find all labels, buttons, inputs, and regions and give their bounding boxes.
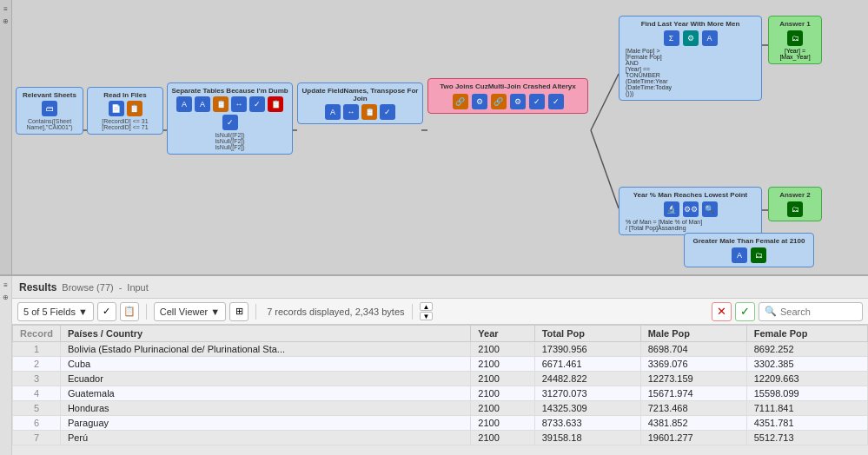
- record-count: 7 records displayed, 2,343 bytes: [267, 307, 404, 317]
- results-dash: -: [119, 282, 123, 293]
- cell-malepop: 3369.076: [640, 357, 746, 372]
- node-icon-gm2: 🗂: [751, 247, 766, 263]
- results-container: ≡ ⊕ Results Browse (77) - Input 5 of 5 F…: [0, 276, 868, 455]
- cell-country: Bolivia (Estado Plurinacional de/ Plurin…: [60, 342, 470, 357]
- canvas-left-panel: ≡ ⊕: [0, 0, 12, 276]
- cell-totalpop: 39158.18: [534, 431, 640, 445]
- cell-record: 4: [13, 386, 61, 401]
- results-side-panel: ≡ ⊕: [0, 276, 12, 455]
- table-row: 4 Guatemala 2100 31270.073 15671.974 155…: [13, 386, 868, 401]
- results-panel-icon1[interactable]: ≡: [1, 280, 11, 290]
- cell-year: 2100: [471, 401, 534, 416]
- col-header-totalpop: Total Pop: [534, 326, 640, 342]
- cell-country: Cuba: [60, 357, 470, 372]
- node-icon-sep3: 📋: [213, 96, 229, 112]
- node-answer1[interactable]: Answer 1 🗂 [Year] =[Max_Year]: [768, 16, 822, 64]
- results-browse: Browse (77): [62, 282, 113, 293]
- node-relevant-sheets[interactable]: Relevant Sheets 🗃 Contains([SheetName],"…: [16, 87, 83, 135]
- fields-dropdown-btn[interactable]: 5 of 5 Fields ▼: [17, 302, 94, 321]
- cell-record: 1: [13, 342, 61, 357]
- node-separate-tables[interactable]: Separate Tables Because I'm Dumb A A 📋 ↔…: [167, 82, 293, 155]
- node-read-in-files[interactable]: Read In Files 📄 📋 [RecordID] <= 31 [Reco…: [87, 87, 163, 135]
- table-row: 1 Bolivia (Estado Plurinacional de/ Plur…: [13, 342, 868, 357]
- table-row: 2 Cuba 2100 6671.461 3369.076 3302.385: [13, 357, 868, 372]
- node-icon-ans2: 🗂: [787, 201, 803, 217]
- node-icon-join5: ✓: [529, 94, 545, 109]
- cell-viewer-btn[interactable]: Cell Viewer ▼: [154, 302, 226, 321]
- node-icon-upd4: ✓: [380, 104, 395, 120]
- node-icon-yp3: 🔍: [702, 201, 718, 217]
- svg-line-4: [591, 74, 619, 130]
- node-icon-sep5: ✓: [249, 96, 265, 112]
- cell-malepop: 19601.277: [640, 431, 746, 445]
- node-greater-male[interactable]: Greater Male Than Female at 2100 A 🗂: [684, 233, 814, 267]
- results-toolbar: 5 of 5 Fields ▼ ✓ 📋 Cell Viewer ▼ ⊞ 7 re…: [12, 299, 868, 325]
- results-input: Input: [127, 282, 148, 293]
- node-icon-fly1: Σ: [664, 30, 679, 46]
- col-header-record: Record: [13, 326, 61, 342]
- search-input[interactable]: [780, 307, 850, 317]
- cell-year: 2100: [471, 357, 534, 372]
- results-header: Results Browse (77) - Input: [12, 276, 868, 299]
- table-row: 3 Ecuador 2100 24482.822 12273.159 12209…: [13, 372, 868, 386]
- col-header-country: Países / Country: [60, 326, 470, 342]
- node-icon-sep1: A: [176, 96, 192, 112]
- cell-malepop: 4381.852: [640, 416, 746, 431]
- cell-femalepop: 8692.252: [746, 342, 867, 357]
- node-icon-yp2: ⚙⚙: [683, 201, 699, 217]
- sort-down-btn[interactable]: ▼: [420, 312, 434, 320]
- cell-viewer-icon[interactable]: ⊞: [229, 302, 248, 321]
- copy-btn[interactable]: 📋: [120, 302, 139, 321]
- cell-malepop: 8698.704: [640, 342, 746, 357]
- node-icon-ans1: 🗂: [787, 30, 803, 46]
- svg-line-5: [591, 130, 619, 208]
- node-icon-fly2: ⚙: [683, 30, 699, 46]
- results-panel-icon2[interactable]: ⊕: [1, 292, 11, 302]
- col-header-femalepop: Female Pop: [746, 326, 867, 342]
- cell-record: 3: [13, 372, 61, 386]
- node-icon-gm1: A: [732, 247, 747, 263]
- cell-record: 2: [13, 357, 61, 372]
- node-icon-sep4: ↔: [231, 96, 247, 112]
- node-icon-join1: 🔗: [453, 94, 468, 109]
- node-icon-upd2: ↔: [343, 104, 359, 120]
- cell-femalepop: 15598.099: [746, 386, 867, 401]
- node-update-field-names[interactable]: Update FieldNames, Transpose For Join A …: [297, 82, 423, 124]
- cell-totalpop: 17390.956: [534, 342, 640, 357]
- table-header-row: Record Países / Country Year Total Pop M…: [13, 326, 868, 342]
- results-table: Record Países / Country Year Total Pop M…: [12, 325, 868, 445]
- close-results-btn[interactable]: ✕: [712, 302, 732, 321]
- cell-country: Ecuador: [60, 372, 470, 386]
- cell-totalpop: 6671.461: [534, 357, 640, 372]
- search-box: 🔍: [759, 302, 863, 321]
- node-answer2[interactable]: Answer 2 🗂: [768, 187, 822, 221]
- node-find-last-year[interactable]: Find Last Year With More Men Σ ⚙ A [Male…: [619, 16, 762, 101]
- panel-icon-2[interactable]: ⊕: [1, 16, 11, 26]
- cell-totalpop: 31270.073: [534, 386, 640, 401]
- node-icon-yp1: 🔬: [664, 201, 679, 217]
- node-icon-read2: 📋: [127, 101, 142, 116]
- cell-totalpop: 8733.633: [534, 416, 640, 431]
- table-row: 5 Honduras 2100 14325.309 7213.468 7111.…: [13, 401, 868, 416]
- toolbar-sep3: [412, 304, 413, 320]
- cell-year: 2100: [471, 386, 534, 401]
- table-body: 1 Bolivia (Estado Plurinacional de/ Plur…: [13, 342, 868, 445]
- cell-totalpop: 24482.822: [534, 372, 640, 386]
- confirm-results-btn[interactable]: ✓: [735, 302, 755, 321]
- cell-record: 6: [13, 416, 61, 431]
- cell-malepop: 15671.974: [640, 386, 746, 401]
- select-all-btn[interactable]: ✓: [97, 302, 116, 321]
- panel-icon-1[interactable]: ≡: [1, 3, 11, 14]
- node-icon-join3: 🔗: [491, 94, 507, 109]
- sort-up-btn[interactable]: ▲: [420, 302, 434, 311]
- node-two-joins[interactable]: Two Joins CuzMulti-Join Crashed Alteryx …: [427, 78, 588, 114]
- cell-country: Guatemala: [60, 386, 470, 401]
- node-year-pct[interactable]: Year % Man Reaches Lowest Point 🔬 ⚙⚙ 🔍 %…: [619, 187, 762, 235]
- cell-country: Honduras: [60, 401, 470, 416]
- col-header-malepop: Male Pop: [640, 326, 746, 342]
- cell-malepop: 7213.468: [640, 401, 746, 416]
- node-icon-join2: ⚙: [472, 94, 487, 109]
- cell-femalepop: 7111.841: [746, 401, 867, 416]
- node-icon-sep2: A: [195, 96, 210, 112]
- cell-femalepop: 4351.781: [746, 416, 867, 431]
